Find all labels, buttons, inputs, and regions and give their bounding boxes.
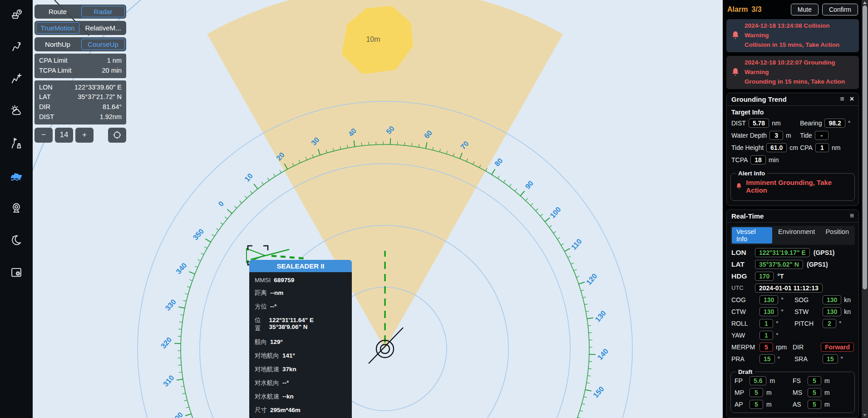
compass-tick (404, 142, 405, 145)
compass-tick (369, 142, 369, 145)
sidebar-item-night-mode[interactable] (9, 232, 24, 248)
alarm-title: Alarm (727, 5, 748, 14)
tab-position[interactable]: Position (821, 227, 853, 244)
scrollbar-thumb[interactable] (863, 5, 867, 289)
fs-value: 5 (808, 376, 821, 385)
zoom-in-button[interactable]: + (75, 128, 94, 143)
cursor-dir-label: DIR (39, 102, 50, 112)
vessel-popup-row: 对水航向 --° (249, 376, 352, 390)
north-up-button[interactable]: NorthUp (36, 39, 79, 50)
fp-unit: m (769, 377, 775, 384)
sidebar-item-vdr[interactable] (9, 200, 24, 215)
pra-label: PRA (731, 355, 757, 363)
real-time-tabs: Vessel Info Environment Position (730, 226, 855, 245)
menu-icon[interactable]: ≡ (850, 212, 854, 219)
vessel-popup-row: 尺寸 295m*46m (249, 403, 352, 417)
radar-mode-button[interactable]: Radar (81, 6, 125, 17)
alarm-line2: Grounding in 15 mins, Take Action (745, 77, 854, 87)
sog-value: 130 (823, 295, 841, 304)
ms-value: 5 (808, 388, 821, 397)
roll-value: 1 (760, 319, 773, 328)
alarm-count: 3/3 (751, 5, 787, 14)
sidebar-item-settings[interactable] (9, 264, 24, 280)
mp-unit: m (766, 389, 772, 396)
sidebar-item-voyage-plan[interactable] (9, 6, 24, 22)
cursor-position-box: LON122°33'39.60" E LAT35°37'21.72" N DIR… (35, 80, 126, 124)
cursor-dir-value: 81.64° (103, 102, 122, 112)
yaw-unit: ° (776, 332, 779, 339)
stw-label: STW (794, 308, 820, 315)
merpm-value: 5 (760, 343, 773, 352)
alarm-item-grounding[interactable]: 2024-12-18 10:22:07 Grounding Warning Gr… (726, 56, 859, 89)
ap-label: AP (735, 401, 746, 408)
gt-tideheight-value: 61.0 (766, 143, 787, 152)
hdg-label: HDG (731, 272, 751, 280)
ctw-unit: ° (781, 308, 784, 315)
page-scrollbar[interactable] (862, 0, 868, 418)
sidebar-item-weather[interactable] (9, 103, 24, 119)
ctw-value: 130 (760, 307, 778, 316)
mute-button[interactable]: Mute (791, 4, 819, 15)
sidebar-item-route-monitor[interactable] (9, 39, 24, 54)
true-motion-button[interactable]: TrueMotion (36, 22, 79, 34)
lat-value: 35°37'5.02" N (755, 260, 803, 269)
sidebar-item-ship-monitor[interactable] (9, 168, 24, 183)
ap-value: 5 (750, 400, 763, 409)
cog-label: COG (731, 296, 757, 304)
vessel-popup-row-label: 对水航速 (255, 393, 279, 401)
vessel-popup-title: SEALEADER II (249, 260, 352, 272)
tab-vessel-info[interactable]: Vessel Info (732, 227, 772, 244)
hdg-unit: °T (777, 273, 784, 280)
route-mode-button[interactable]: Route (36, 6, 79, 17)
merpm-unit: rpm (776, 343, 787, 351)
pitch-value: 2 (823, 319, 836, 328)
relative-motion-button[interactable]: RelativeM... (81, 22, 125, 34)
vessel-popup-row-label: 艏向 (255, 338, 267, 346)
gt-tcpa-unit: min (769, 156, 779, 164)
course-up-button[interactable]: CourseUp (81, 39, 125, 50)
settings-panel-icon (10, 266, 23, 279)
radar-dome-icon (10, 201, 23, 214)
vessel-popup-row-value: 141° (282, 352, 295, 359)
gt-tide-value: - (815, 131, 829, 140)
lon-value: 122°31'19.17" E (755, 248, 810, 257)
center-ship-button[interactable] (108, 128, 126, 143)
confirm-button[interactable]: Confirm (822, 4, 858, 15)
sidebar-item-route-plan[interactable] (9, 71, 24, 86)
sra-value: 15 (823, 354, 838, 363)
alarm-item-collision[interactable]: 2024-12-18 13:24:08 Collision Warning Co… (726, 19, 859, 52)
vessel-popup-row: 对地航速 37kn (249, 363, 352, 376)
zoom-level-indicator: 14 (55, 128, 73, 143)
vessel-popup-row-label: 尺寸 (255, 406, 267, 414)
zoom-out-button[interactable]: − (35, 128, 53, 143)
gt-tide-label: Tide (800, 132, 812, 139)
vessel-popup-row-value: --nm (270, 289, 283, 296)
menu-icon[interactable]: ≡ (840, 95, 844, 103)
utc-label: UTC (731, 284, 751, 291)
compass-tick (178, 365, 181, 365)
map-control-panel: Route Radar TrueMotion RelativeM... Nort… (35, 5, 126, 143)
gt-cpa-value: 1 (815, 143, 829, 152)
grounding-trend-panel: Grounding Trend ≡ × Target Info DIST5.78… (726, 93, 859, 206)
vessel-popup-row: 方位 --° (249, 300, 352, 314)
cpa-limit-label: CPA Limit (39, 56, 68, 66)
mode-toggle: Route Radar (35, 5, 126, 19)
sidebar-item-aids-to-navigation[interactable] (9, 135, 24, 151)
compass-tick (361, 143, 362, 146)
route-plan-icon (10, 72, 23, 85)
target-info-label: Target Info (727, 106, 858, 117)
moon-icon (10, 234, 23, 246)
gt-dist-unit: nm (772, 119, 780, 127)
gt-cpa-label: CPA (800, 144, 813, 151)
tab-environment[interactable]: Environment (774, 227, 819, 244)
vessel-info-popup: SEALEADER II MMSI 689759 距离 --nm 方位 --° (249, 260, 352, 418)
sra-unit: ° (841, 355, 843, 363)
cog-value: 130 (760, 295, 778, 304)
scroll-up-arrow[interactable] (863, 1, 867, 4)
close-icon[interactable]: × (850, 95, 854, 103)
scroll-down-arrow[interactable] (863, 414, 867, 417)
alarm-bell-icon (731, 67, 740, 77)
as-unit: m (824, 401, 830, 408)
ms-unit: m (824, 389, 830, 396)
ms-label: MS (793, 389, 804, 396)
